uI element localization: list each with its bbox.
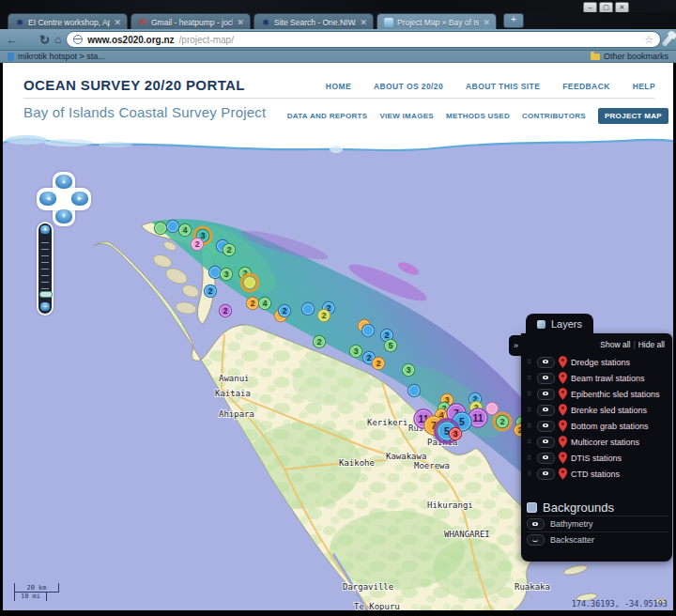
cluster-marker-blue[interactable] xyxy=(362,325,375,337)
cluster-marker-blue-2[interactable]: 2 xyxy=(205,285,217,298)
cluster-marker-green-3[interactable]: 3 xyxy=(350,346,362,358)
cluster-marker-yellow[interactable] xyxy=(241,274,258,291)
visibility-toggle[interactable] xyxy=(537,453,555,464)
cluster-marker-green-2[interactable]: 2 xyxy=(494,413,511,430)
drag-handle[interactable]: ⠿ xyxy=(527,439,533,445)
marker-count: 3 xyxy=(354,346,359,356)
cluster-marker-pink-2[interactable]: 2 xyxy=(192,239,204,251)
map-pan-control[interactable]: ▲ ▼ ◀ ▶ xyxy=(34,172,94,226)
cluster-marker-blue-2[interactable]: 2 xyxy=(279,305,291,317)
visibility-toggle[interactable] xyxy=(527,518,545,530)
drag-handle[interactable]: ⠿ xyxy=(527,454,533,461)
drag-handle[interactable]: ⠿ xyxy=(527,375,533,381)
tab-close-icon[interactable]: ✕ xyxy=(237,19,244,26)
home-button[interactable]: ⌂ xyxy=(54,34,61,46)
tab-close-icon[interactable]: ✕ xyxy=(483,19,490,26)
cluster-marker-green[interactable] xyxy=(155,223,167,235)
globe-icon xyxy=(73,35,83,44)
cluster-marker-green-5[interactable]: 5 xyxy=(385,340,397,352)
zoom-handle[interactable] xyxy=(39,291,53,298)
place-label-kerikeri: Kerikeri xyxy=(367,418,407,427)
visibility-toggle[interactable] xyxy=(527,534,545,546)
reload-button[interactable]: ↻ xyxy=(39,34,50,46)
drag-handle[interactable]: ⠿ xyxy=(527,407,533,413)
visibility-toggle[interactable] xyxy=(537,389,555,400)
zoom-in-button[interactable]: + xyxy=(40,225,50,234)
cluster-marker-blue[interactable] xyxy=(167,221,179,233)
pan-left-button[interactable]: ◀ xyxy=(39,192,56,206)
drag-handle[interactable]: ⠿ xyxy=(527,391,533,397)
hide-all-link[interactable]: Hide all xyxy=(638,340,665,349)
cluster-marker-blue[interactable] xyxy=(209,267,222,279)
cluster-marker-purple-2[interactable]: 2 xyxy=(220,305,232,317)
bookmark-item[interactable]: mikrotik hotspot > sta... xyxy=(18,52,105,61)
cluster-marker-blue[interactable] xyxy=(302,303,315,316)
browser-tab-4[interactable]: Project Map » Bay of Islan...✕ xyxy=(376,13,497,30)
place-label-whangarei: WHANGAREI xyxy=(444,530,490,539)
cluster-marker-green-4[interactable]: 4 xyxy=(259,298,271,310)
zoom-out-button[interactable]: − xyxy=(40,302,50,311)
visibility-toggle[interactable] xyxy=(537,421,555,432)
project-nav: DATA AND REPORTSVIEW IMAGESMETHODS USEDC… xyxy=(287,108,668,124)
nav-help[interactable]: HELP xyxy=(633,82,655,91)
address-bar[interactable]: www.os2020.org.nz /project-map/ ☆ xyxy=(66,31,661,48)
nav-home[interactable]: HOME xyxy=(326,82,351,91)
place-label-hikurangi: Hikurangi xyxy=(427,500,473,510)
pin-icon xyxy=(559,404,567,416)
cluster-marker-orange-2[interactable]: 2 xyxy=(373,358,385,370)
wrench-menu-icon[interactable] xyxy=(662,33,674,47)
panel-collapse-button[interactable]: » xyxy=(509,335,523,356)
back-button[interactable]: ← xyxy=(6,34,18,46)
cluster-marker-orange-2[interactable]: 2 xyxy=(247,298,259,310)
visibility-toggle[interactable] xyxy=(537,469,555,480)
visibility-toggle[interactable] xyxy=(537,405,555,416)
projectnav-project-map[interactable]: PROJECT MAP xyxy=(598,108,668,124)
visibility-toggle[interactable] xyxy=(537,437,555,448)
nav-about-os-20-20[interactable]: ABOUT OS 20/20 xyxy=(374,82,443,91)
cluster-marker-blue[interactable] xyxy=(408,385,421,397)
pan-up-button[interactable]: ▲ xyxy=(55,175,72,189)
tab-close-icon[interactable]: ✕ xyxy=(114,19,121,26)
projectnav-methods-used[interactable]: METHODS USED xyxy=(446,112,510,120)
projectnav-view-images[interactable]: VIEW IMAGES xyxy=(379,112,434,120)
other-bookmarks[interactable]: Other bookmarks xyxy=(591,52,668,61)
visibility-toggle[interactable] xyxy=(537,373,555,384)
cluster-marker-green-3[interactable]: 3 xyxy=(403,364,415,377)
layers-panel: » Show all|Hide all ⠿Dredge stations⠿Bea… xyxy=(521,333,672,562)
cluster-marker-green-2[interactable]: 2 xyxy=(223,244,236,256)
browser-toolbar: ← → ↻ ⌂ www.os2020.org.nz /project-map/ … xyxy=(0,29,676,51)
drag-handle[interactable]: ⠿ xyxy=(527,359,533,365)
nav-about-this-site[interactable]: ABOUT THIS SITE xyxy=(466,82,540,91)
cluster-marker-green-4[interactable]: 4 xyxy=(179,224,192,237)
nav-feedback[interactable]: FEEDBACK xyxy=(562,82,609,91)
browser-tab-2[interactable]: ✉Gmail - heatpump - jochen....✕ xyxy=(131,13,251,30)
marker-count: 5 xyxy=(389,341,393,350)
bookmark-star-icon[interactable]: ☆ xyxy=(644,34,653,46)
marker-count: 2 xyxy=(223,306,228,316)
visibility-toggle[interactable] xyxy=(537,357,555,368)
cluster-marker-green-2[interactable]: 2 xyxy=(314,336,326,348)
map-viewport[interactable]: AwanuiKaitaiaAhiparaKerikeriRussellPaihi… xyxy=(3,156,673,610)
map-zoom-slider[interactable]: + − xyxy=(37,222,54,316)
tab-close-icon[interactable]: ✕ xyxy=(360,19,367,26)
layers-panel-tab[interactable]: Layers xyxy=(526,314,593,334)
cluster-marker-red-3[interactable]: 3 xyxy=(450,428,462,440)
zoom-track[interactable] xyxy=(41,237,49,299)
tab-title: Project Map » Bay of Islan... xyxy=(397,18,479,27)
backgrounds-title: Backgrounds xyxy=(543,500,614,515)
projectnav-contributors[interactable]: CONTRIBUTORS xyxy=(522,112,586,120)
forward-button[interactable]: → xyxy=(23,34,35,46)
cluster-marker-yellow-2[interactable]: 2 xyxy=(318,310,330,322)
pan-right-button[interactable]: ▶ xyxy=(71,192,88,206)
new-tab-button[interactable]: + xyxy=(503,13,524,28)
browser-tab-1[interactable]: ✱EI Centre workshop, April ...✕ xyxy=(8,13,128,30)
niwa-favicon: ✱ xyxy=(261,18,270,27)
browser-tab-3[interactable]: ✱Site Search - One.NIWA✕ xyxy=(254,13,374,30)
projectnav-data-and-reports[interactable]: DATA AND REPORTS xyxy=(287,112,368,120)
show-all-link[interactable]: Show all xyxy=(600,340,630,349)
cluster-marker-pink[interactable] xyxy=(486,403,499,415)
drag-handle[interactable]: ⠿ xyxy=(527,423,533,429)
pan-down-button[interactable]: ▼ xyxy=(55,209,72,223)
drag-handle[interactable]: ⠿ xyxy=(527,470,533,477)
cluster-marker-green-3[interactable]: 3 xyxy=(221,269,233,281)
